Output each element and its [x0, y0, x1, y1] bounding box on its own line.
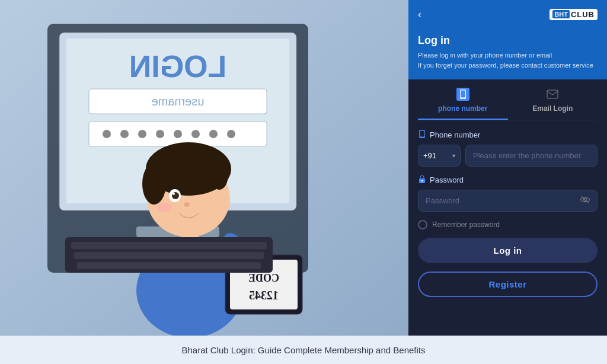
toggle-password-visibility-icon[interactable] [580, 196, 590, 206]
remember-password-label: Remember password [432, 221, 500, 229]
register-button[interactable]: Register [418, 272, 598, 297]
svg-point-9 [120, 130, 129, 138]
svg-point-13 [191, 130, 200, 138]
svg-point-15 [227, 130, 235, 138]
illustration-background: LOGIN username [0, 0, 408, 336]
remember-password-row: Remember password [418, 220, 598, 229]
phone-label-icon [418, 130, 426, 140]
phone-tab-icon [456, 88, 469, 101]
svg-point-28 [184, 202, 190, 207]
svg-point-22 [142, 163, 166, 205]
chevron-down-icon: ▾ [452, 152, 455, 159]
country-code-value: +91 [423, 151, 436, 160]
email-tab-icon [546, 88, 559, 101]
form-section: Phone number +91 ▾ [408, 120, 607, 336]
svg-rect-38 [77, 262, 261, 269]
svg-point-45 [421, 137, 422, 138]
svg-point-26 [172, 193, 175, 195]
phone-tab-label: phone number [438, 104, 487, 113]
svg-point-12 [174, 130, 182, 138]
logo-container: BHT CLUB [550, 9, 598, 20]
svg-point-47 [421, 180, 423, 181]
svg-rect-36 [71, 242, 267, 249]
phone-field-group: Phone number +91 ▾ [418, 130, 598, 167]
back-button[interactable]: ‹ [418, 8, 421, 21]
svg-point-23 [210, 160, 228, 190]
svg-rect-40 [461, 91, 465, 98]
svg-text:CODE: CODE [248, 272, 279, 284]
svg-rect-42 [547, 90, 558, 98]
password-field-group: Password [418, 175, 598, 212]
svg-rect-44 [420, 131, 424, 137]
logo-bht-text: BHT [552, 10, 570, 18]
svg-point-10 [138, 130, 146, 138]
tabs-container: phone number Email Login [418, 88, 598, 120]
caption-bar: Bharat Club Login: Guide Complete Member… [0, 336, 607, 364]
email-tab-label: Email Login [532, 104, 573, 113]
tab-phone[interactable]: phone number [418, 88, 508, 120]
password-field-label: Password [418, 175, 598, 185]
lock-icon [418, 175, 426, 185]
phone-field-label: Phone number [418, 130, 598, 140]
svg-rect-37 [74, 252, 264, 259]
login-button[interactable]: Log in [418, 238, 598, 263]
svg-point-11 [156, 130, 164, 138]
illustration-area: LOGIN username [0, 0, 408, 336]
login-panel: ‹ BHT CLUB Log in Please log in with you… [408, 0, 607, 336]
country-code-selector[interactable]: +91 ▾ [418, 145, 461, 167]
tab-email[interactable]: Email Login [508, 88, 598, 120]
svg-point-8 [103, 130, 111, 138]
phone-number-input[interactable] [465, 145, 598, 167]
login-subtitle: Please log in with your phone number or … [418, 50, 598, 70]
tab-section: phone number Email Login [408, 79, 607, 120]
password-input-row [418, 190, 598, 212]
svg-point-27 [158, 203, 172, 212]
main-content: LOGIN username [0, 0, 607, 336]
login-title: Log in [418, 34, 598, 47]
logo-club-text: CLUB [571, 10, 595, 19]
logo-box: BHT CLUB [550, 9, 598, 20]
header-bar: ‹ BHT CLUB [408, 0, 607, 28]
caption-text: Bharat Club Login: Guide Complete Member… [181, 345, 425, 355]
remember-password-checkbox[interactable] [418, 220, 427, 229]
svg-text:username: username [152, 95, 205, 108]
phone-input-row: +91 ▾ [418, 145, 598, 167]
password-input[interactable] [418, 190, 598, 212]
svg-text:12345: 12345 [249, 289, 279, 302]
svg-point-41 [462, 98, 464, 99]
svg-point-14 [209, 130, 218, 138]
login-info-section: Log in Please log in with your phone num… [408, 28, 607, 79]
svg-text:LOGIN: LOGIN [129, 49, 227, 84]
